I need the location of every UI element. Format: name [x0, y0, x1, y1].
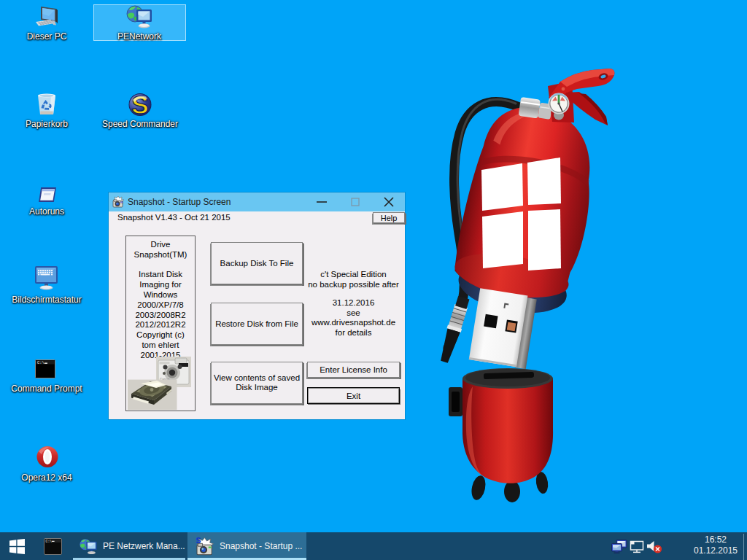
- svg-text:C:\: C:\: [46, 540, 53, 543]
- svg-text:C:\: C:\: [37, 360, 44, 365]
